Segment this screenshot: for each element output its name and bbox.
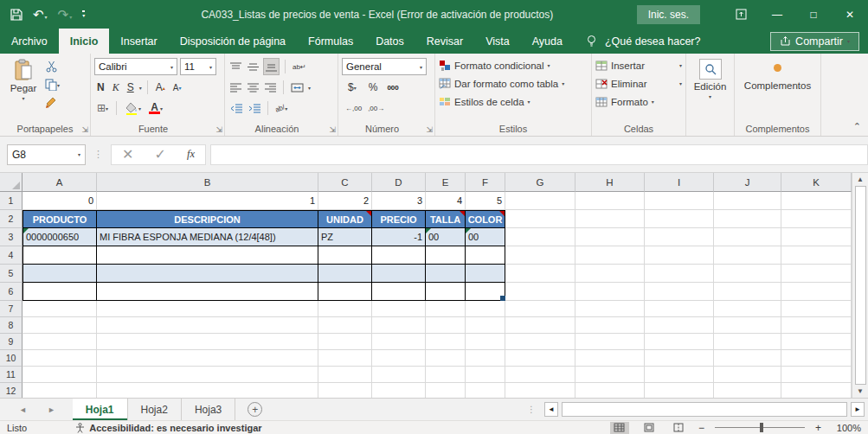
cell-D8[interactable] <box>372 317 426 334</box>
row-header-2[interactable]: 2 <box>0 210 23 228</box>
cell-F5[interactable] <box>466 265 505 283</box>
cell-G7[interactable] <box>505 301 575 317</box>
cell-F7[interactable] <box>466 301 505 317</box>
cell-B2[interactable]: DESCRIPCION <box>97 210 318 228</box>
cell-B1[interactable]: 1 <box>97 192 318 210</box>
cell-J1[interactable] <box>714 192 781 210</box>
ribbon-display-options-button[interactable] <box>723 0 759 29</box>
cell-A8[interactable] <box>23 317 97 334</box>
cell-A1[interactable]: 0 <box>23 192 97 210</box>
cell-E1[interactable]: 4 <box>426 192 466 210</box>
format-painter-button[interactable] <box>43 94 61 112</box>
cell-K1[interactable] <box>781 192 852 210</box>
underline-button[interactable]: S <box>125 81 137 93</box>
italic-button[interactable]: K <box>110 81 122 94</box>
tab-vista[interactable]: Vista <box>474 29 521 54</box>
decrease-indent-button[interactable] <box>228 99 244 117</box>
increase-decimals-button[interactable]: ←,00 <box>345 105 362 112</box>
cell-I3[interactable] <box>645 228 714 246</box>
cell-D9[interactable] <box>372 334 426 350</box>
cell-J12[interactable] <box>714 383 781 398</box>
comma-format-button[interactable]: 000 <box>387 84 398 92</box>
tell-me-box[interactable]: ¿Qué desea hacer? <box>574 29 701 54</box>
align-left-button[interactable] <box>228 79 243 96</box>
share-button[interactable]: Compartir ▾ <box>770 32 859 51</box>
cell-H9[interactable] <box>575 334 645 350</box>
insert-function-button[interactable]: fx <box>187 148 195 161</box>
cell-D12[interactable] <box>372 383 426 398</box>
zoom-slider-thumb[interactable] <box>760 423 763 432</box>
maximize-button[interactable]: □ <box>795 0 832 29</box>
cell-A12[interactable] <box>23 383 97 398</box>
cell-I11[interactable] <box>645 367 714 383</box>
cell-G9[interactable] <box>505 334 575 350</box>
column-header-E[interactable]: E <box>426 173 466 192</box>
cell-K5[interactable] <box>781 265 852 283</box>
percent-format-button[interactable]: % <box>366 81 381 93</box>
bold-button[interactable]: N <box>94 81 107 93</box>
cell-K11[interactable] <box>781 367 852 383</box>
undo-button[interactable]: ↶▾ <box>33 7 48 22</box>
cell-E12[interactable] <box>426 383 466 398</box>
merge-center-button[interactable] <box>289 79 305 96</box>
cell-B10[interactable] <box>97 350 318 367</box>
formula-input[interactable] <box>210 144 868 165</box>
zoom-in-button[interactable]: + <box>815 422 821 434</box>
select-all-corner[interactable] <box>0 173 23 192</box>
cell-D10[interactable] <box>372 350 426 367</box>
cell-D2[interactable]: PRECIO <box>372 210 426 228</box>
dialog-launcher-icon[interactable]: ⇲ <box>426 126 433 134</box>
cell-D7[interactable] <box>372 301 426 317</box>
cell-B8[interactable] <box>97 317 318 334</box>
cell-H11[interactable] <box>575 367 645 383</box>
page-break-view-button[interactable] <box>669 422 688 434</box>
font-size-select[interactable]: 11▾ <box>180 58 216 75</box>
cell-I9[interactable] <box>645 334 714 350</box>
cell-J8[interactable] <box>714 317 781 334</box>
row-header-8[interactable]: 8 <box>0 317 23 334</box>
cell-E3[interactable]: 00 <box>426 228 466 246</box>
row-header-6[interactable]: 6 <box>0 283 23 301</box>
row-header-12[interactable]: 12 <box>0 383 23 398</box>
cell-J3[interactable] <box>714 228 781 246</box>
scroll-right-button[interactable]: ► <box>851 402 865 417</box>
cell-K4[interactable] <box>781 246 852 265</box>
cell-B11[interactable] <box>97 367 318 383</box>
cell-D4[interactable] <box>372 246 426 265</box>
cell-B7[interactable] <box>97 301 318 317</box>
cell-E10[interactable] <box>426 350 466 367</box>
cell-E6[interactable] <box>426 283 466 301</box>
column-header-G[interactable]: G <box>505 173 575 192</box>
align-center-button[interactable] <box>246 79 260 96</box>
cell-G5[interactable] <box>505 265 575 283</box>
cell-J7[interactable] <box>714 301 781 317</box>
cell-A5[interactable] <box>23 265 97 283</box>
cell-H8[interactable] <box>575 317 645 334</box>
cell-D11[interactable] <box>372 367 426 383</box>
prev-sheet-button[interactable]: ◄ <box>19 405 27 414</box>
cell-A6[interactable] <box>23 283 97 301</box>
dialog-launcher-icon[interactable]: ⇲ <box>81 126 88 134</box>
vertical-scrollbar-thumb[interactable] <box>855 186 866 385</box>
cell-J2[interactable] <box>714 210 781 228</box>
cell-H7[interactable] <box>575 301 645 317</box>
scroll-up-icon[interactable]: ▲ <box>857 176 864 183</box>
column-header-C[interactable]: C <box>318 173 372 192</box>
cell-B5[interactable] <box>97 265 318 283</box>
cut-button[interactable] <box>43 58 61 75</box>
enter-button[interactable]: ✓ <box>154 146 165 163</box>
column-header-J[interactable]: J <box>714 173 781 192</box>
tab-datos[interactable]: Datos <box>364 29 415 54</box>
cell-E9[interactable] <box>426 334 466 350</box>
save-icon[interactable] <box>10 9 23 21</box>
tab-insertar[interactable]: Insertar <box>109 29 168 54</box>
cell-J10[interactable] <box>714 350 781 367</box>
column-header-F[interactable]: F <box>466 173 505 192</box>
cell-F11[interactable] <box>466 367 505 383</box>
column-header-A[interactable]: A <box>23 173 97 192</box>
cell-A3[interactable]: 0000000650 <box>23 228 97 246</box>
cell-B12[interactable] <box>97 383 318 398</box>
cell-G1[interactable] <box>505 192 575 210</box>
cell-F2[interactable]: COLOR <box>466 210 505 228</box>
cell-F8[interactable] <box>466 317 505 334</box>
